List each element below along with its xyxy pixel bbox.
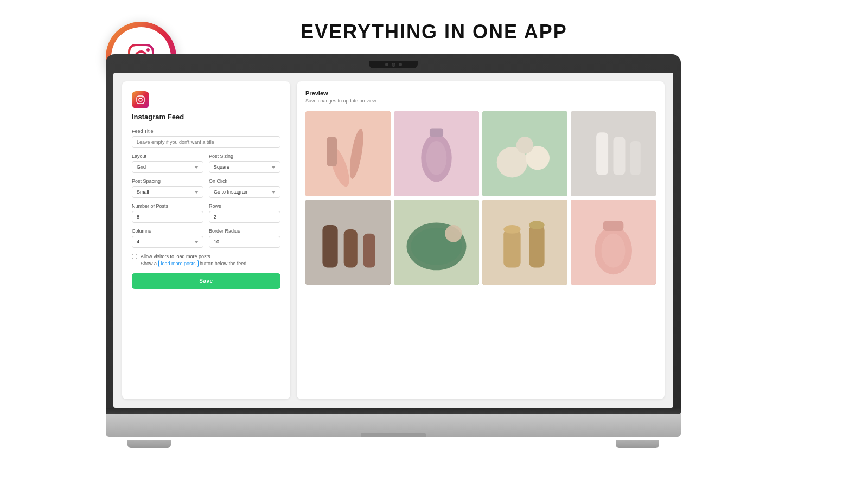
svg-rect-20 [614, 137, 626, 175]
settings-panel: Instagram Feed Feed Title Layout Grid Li… [122, 81, 290, 399]
svg-rect-21 [630, 141, 641, 175]
svg-rect-23 [322, 225, 337, 268]
layout-select[interactable]: Grid List Masonry [132, 161, 203, 173]
laptop: Instagram Feed Feed Title Layout Grid Li… [106, 54, 681, 466]
camera-lens [392, 63, 395, 67]
svg-rect-9 [327, 137, 337, 166]
svg-rect-19 [596, 132, 608, 175]
photo-7 [482, 200, 567, 285]
load-more-row: Allow visitors to load more posts Show a… [132, 253, 280, 267]
svg-point-5 [143, 97, 144, 98]
svg-point-34 [529, 221, 544, 229]
preview-panel: Preview Save changes to update preview [297, 81, 665, 399]
page-title: EVERYTHING IN ONE APP [301, 21, 567, 43]
svg-rect-31 [503, 229, 520, 268]
svg-rect-12 [430, 128, 443, 137]
photo-2 [394, 111, 479, 196]
photo-1 [305, 111, 391, 196]
svg-point-13 [426, 141, 447, 175]
svg-point-2 [146, 48, 150, 52]
svg-point-33 [503, 225, 520, 234]
photo-grid [305, 111, 656, 285]
on-click-label: On Click [209, 178, 280, 184]
svg-point-38 [602, 234, 626, 268]
photo-5 [305, 200, 391, 285]
feed-title-label: Feed Title [132, 129, 280, 134]
svg-point-17 [516, 137, 533, 153]
rows-input[interactable] [209, 211, 280, 223]
num-posts-label: Number of Posts [132, 203, 203, 209]
photo-4 [571, 111, 656, 196]
rows-label: Rows [209, 203, 280, 209]
num-posts-input[interactable] [132, 211, 203, 223]
feed-title-input[interactable] [132, 136, 280, 148]
save-button[interactable]: Save [132, 273, 280, 289]
layout-label: Layout [132, 153, 203, 159]
laptop-base [106, 408, 681, 466]
svg-point-29 [445, 225, 462, 242]
panel-instagram-icon [132, 91, 149, 108]
photo-6 [394, 200, 479, 285]
preview-subtitle: Save changes to update preview [305, 98, 656, 104]
svg-point-4 [139, 98, 142, 101]
laptop-screen: Instagram Feed Feed Title Layout Grid Li… [106, 54, 681, 412]
panel-title: Instagram Feed [132, 113, 280, 121]
on-click-select[interactable]: Go to Instagram Lightbox Nothing [209, 186, 280, 198]
svg-rect-37 [603, 221, 624, 231]
svg-rect-25 [363, 234, 375, 268]
svg-rect-24 [344, 229, 358, 268]
load-more-text: Allow visitors to load more posts Show a… [141, 253, 248, 267]
load-more-link[interactable]: load more posts [158, 260, 199, 267]
svg-rect-30 [482, 200, 567, 285]
preview-title: Preview [305, 90, 656, 97]
svg-rect-32 [529, 225, 544, 268]
post-sizing-label: Post Sizing [209, 153, 280, 159]
post-sizing-select[interactable]: Square Portrait Landscape [209, 161, 280, 173]
post-spacing-select[interactable]: Small Medium Large [132, 186, 203, 198]
post-spacing-label: Post Spacing [132, 178, 203, 184]
border-radius-label: Border Radius [209, 228, 280, 234]
load-more-checkbox[interactable] [132, 254, 137, 259]
photo-8 [571, 200, 656, 285]
border-radius-input[interactable] [209, 236, 280, 248]
columns-select[interactable]: 4 3 2 [132, 236, 203, 248]
columns-label: Columns [132, 228, 203, 234]
photo-3 [482, 111, 567, 196]
